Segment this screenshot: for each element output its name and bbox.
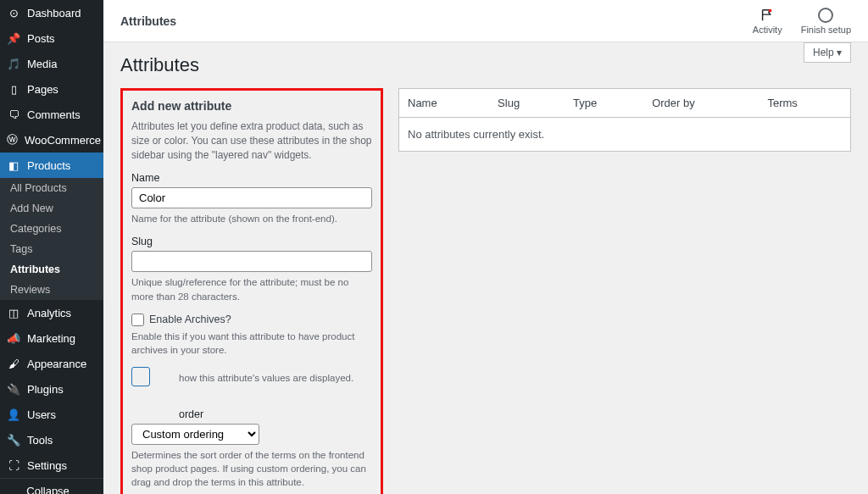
sidebar-item-analytics[interactable]: ◫Analytics (0, 300, 103, 325)
page-icon: ▯ (7, 82, 20, 96)
sidebar-sub-tags[interactable]: Tags (0, 239, 103, 259)
sidebar-sub-all-products[interactable]: All Products (0, 178, 103, 198)
woo-icon: ⓦ (7, 133, 18, 147)
sidebar-item-pages[interactable]: ▯Pages (0, 76, 103, 102)
table-empty-message: No attributes currently exist. (399, 118, 851, 152)
sidebar-item-posts[interactable]: 📌Posts (0, 25, 103, 51)
topbar-title: Attributes (120, 14, 176, 28)
sidebar-item-dashboard[interactable]: ⊙Dashboard (0, 0, 103, 25)
th-terms[interactable]: Terms (759, 89, 850, 118)
sidebar-sub-reviews[interactable]: Reviews (0, 280, 103, 300)
attributes-table: Name Slug Type Order by Terms No attribu… (398, 88, 851, 152)
sidebar-item-tools[interactable]: 🔧Tools (0, 427, 103, 452)
sidebar-item-marketing[interactable]: 📣Marketing (0, 325, 103, 351)
name-input[interactable] (131, 187, 372, 208)
th-slug[interactable]: Slug (489, 89, 565, 118)
brush-icon: 🖌 (7, 357, 20, 370)
enable-archives-checkbox[interactable] (131, 314, 144, 326)
slug-input[interactable] (131, 251, 372, 272)
sidebar-item-woocommerce[interactable]: ⓦWooCommerce (0, 127, 103, 153)
type-select[interactable] (131, 367, 150, 386)
sliders-icon: ⛶ (7, 458, 20, 472)
sort-help: Determines the sort order of the terms o… (131, 448, 372, 489)
archives-help: Enable this if you want this attribute t… (131, 330, 372, 357)
sidebar-item-appearance[interactable]: 🖌Appearance (0, 351, 103, 376)
sidebar-item-products[interactable]: ◧Products (0, 153, 103, 178)
plug-icon: 🔌 (7, 382, 20, 396)
form-intro: Attributes let you define extra product … (131, 119, 372, 162)
th-name[interactable]: Name (399, 89, 490, 118)
user-icon: 👤 (7, 408, 20, 421)
sort-label: order (179, 408, 372, 420)
slug-label: Slug (131, 236, 372, 247)
add-attribute-form: Add new attribute Attributes let you def… (120, 88, 383, 494)
products-icon: ◧ (7, 158, 20, 172)
th-type[interactable]: Type (565, 89, 643, 118)
top-bar: Attributes Activity Finish setup (103, 0, 868, 42)
wrench-icon: 🔧 (7, 433, 20, 447)
th-orderby[interactable]: Order by (643, 89, 759, 118)
sidebar-item-comments[interactable]: 🗨Comments (0, 102, 103, 127)
help-toggle[interactable]: Help ▾ (804, 42, 851, 63)
sidebar-item-settings[interactable]: ⛶Settings (0, 452, 103, 478)
analytics-icon: ◫ (7, 306, 20, 319)
sort-order-select[interactable]: Custom ordering (131, 424, 259, 445)
media-icon: 🎵 (7, 57, 20, 70)
dashboard-icon: ⊙ (7, 6, 20, 19)
sidebar-item-media[interactable]: 🎵Media (0, 51, 103, 76)
sidebar-item-plugins[interactable]: 🔌Plugins (0, 376, 103, 402)
page-heading: Attributes (120, 54, 851, 76)
comment-icon: 🗨 (7, 108, 20, 121)
sidebar-sub-categories[interactable]: Categories (0, 219, 103, 239)
megaphone-icon: 📣 (7, 331, 20, 345)
pin-icon: 📌 (7, 31, 20, 45)
activity-button[interactable]: Activity (753, 8, 782, 35)
slug-help: Unique slug/reference for the attribute;… (131, 275, 372, 303)
circle-icon (818, 8, 833, 23)
sidebar-item-users[interactable]: 👤Users (0, 402, 103, 427)
name-label: Name (131, 172, 372, 184)
sidebar-collapse[interactable]: ◀Collapse menu (0, 478, 103, 494)
form-title: Add new attribute (131, 99, 372, 113)
admin-sidebar: ⊙Dashboard 📌Posts 🎵Media ▯Pages 🗨Comment… (0, 0, 103, 494)
svg-point-0 (769, 8, 772, 12)
collapse-icon: ◀ (7, 491, 19, 494)
name-help: Name for the attribute (shown on the fro… (131, 212, 372, 225)
type-help: how this attribute's values are displaye… (179, 371, 372, 385)
sidebar-sub-add-new[interactable]: Add New (0, 198, 103, 219)
finish-setup-button[interactable]: Finish setup (801, 8, 851, 35)
enable-archives-label: Enable Archives? (149, 314, 231, 325)
sidebar-sub-attributes[interactable]: Attributes (0, 259, 103, 280)
flag-icon (760, 8, 775, 23)
